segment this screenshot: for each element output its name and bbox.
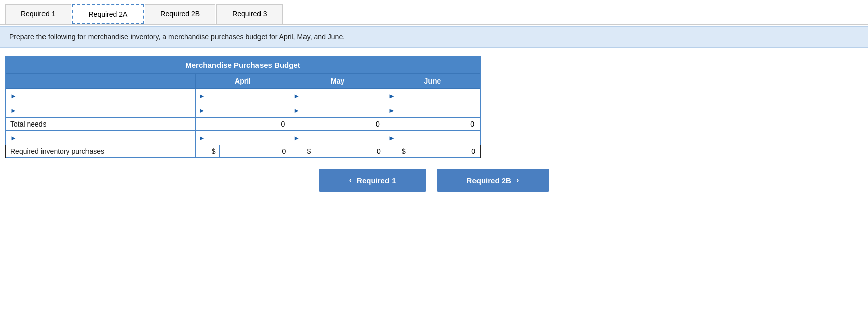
row4-april-cell: ► — [195, 131, 290, 145]
row4-label-cell: ► — [6, 131, 195, 145]
row1-june-input[interactable] — [397, 91, 476, 101]
row4-may-input[interactable] — [302, 133, 382, 143]
required-inv-june-dollar: $ — [385, 145, 409, 158]
required-inv-april-val: 0 — [219, 145, 290, 158]
row1-may-input[interactable] — [302, 91, 382, 101]
row1-arrow: ► — [10, 92, 17, 100]
row1-june-cell: ► — [385, 89, 480, 103]
col-header-june: June — [385, 74, 480, 89]
tab-required2a[interactable]: Required 2A — [72, 4, 144, 24]
row1-label-cell: ► — [6, 89, 195, 103]
row1-june-arrow: ► — [388, 92, 395, 100]
row4-april-arrow: ► — [199, 134, 205, 142]
row4-june-input[interactable] — [397, 133, 476, 143]
row2-may-input[interactable] — [302, 105, 382, 115]
total-needs-row: Total needs 0 0 0 — [6, 118, 480, 131]
col-header-may: May — [290, 74, 385, 89]
tab-required3[interactable]: Required 3 — [216, 4, 283, 24]
table-row: ► ► ► — [6, 103, 480, 118]
table-row: ► ► ► — [6, 89, 480, 103]
row1-label-input[interactable] — [19, 91, 192, 101]
row2-june-arrow: ► — [388, 107, 395, 114]
tab-required2b-label: Required 2B — [160, 10, 200, 18]
col-header-label — [6, 74, 195, 89]
required-inv-label: Required inventory purchases — [6, 145, 195, 158]
table-container: Merchandise Purchases Budget April May J… — [5, 56, 481, 158]
row4-june-cell: ► — [385, 131, 480, 145]
col-header-april: April — [195, 74, 290, 89]
table-title: Merchandise Purchases Budget — [6, 56, 480, 74]
row4-label-input[interactable] — [19, 133, 192, 143]
col-header-row: April May June — [6, 74, 480, 89]
tabs-container: Required 1 Required 2A Required 2B Requi… — [0, 0, 868, 25]
row2-label-cell: ► — [6, 103, 195, 118]
row2-april-input[interactable] — [207, 105, 287, 115]
row2-may-cell: ► — [290, 103, 385, 118]
required-inv-may-val: 0 — [314, 145, 385, 158]
row2-june-input[interactable] — [397, 105, 476, 115]
row1-may-cell: ► — [290, 89, 385, 103]
row2-april-cell: ► — [195, 103, 290, 118]
next-button[interactable]: Required 2B › — [437, 169, 550, 192]
total-needs-june: 0 — [385, 118, 480, 131]
row4-may-arrow: ► — [293, 134, 300, 142]
next-button-label: Required 2B — [467, 176, 511, 185]
row1-april-input[interactable] — [207, 91, 287, 101]
row1-april-arrow: ► — [199, 92, 205, 100]
row4-april-input[interactable] — [207, 133, 287, 143]
row2-label-input[interactable] — [19, 105, 192, 115]
prev-chevron-icon: ‹ — [349, 176, 352, 185]
prev-button[interactable]: ‹ Required 1 — [319, 169, 426, 192]
tab-required1[interactable]: Required 1 — [5, 4, 71, 24]
budget-table: Merchandise Purchases Budget April May J… — [5, 56, 481, 158]
table-title-row: Merchandise Purchases Budget — [6, 56, 480, 74]
row2-june-cell: ► — [385, 103, 480, 118]
prev-button-label: Required 1 — [357, 176, 396, 185]
required-inv-april-dollar: $ — [195, 145, 219, 158]
instruction-banner: Prepare the following for merchandise in… — [0, 26, 868, 48]
row4-june-arrow: ► — [388, 134, 395, 142]
required-inventory-row: Required inventory purchases $ 0 $ 0 $ 0 — [6, 145, 480, 158]
row2-may-arrow: ► — [293, 107, 300, 114]
tab-required2a-label: Required 2A — [89, 10, 128, 18]
table-row: ► ► ► — [6, 131, 480, 145]
row4-arrow: ► — [10, 134, 17, 142]
tab-required2b[interactable]: Required 2B — [145, 4, 215, 24]
row2-april-arrow: ► — [199, 107, 205, 114]
row2-arrow: ► — [10, 107, 17, 114]
row1-may-arrow: ► — [293, 92, 300, 100]
tab-required1-label: Required 1 — [21, 10, 56, 18]
row1-april-cell: ► — [195, 89, 290, 103]
required-inv-may-dollar: $ — [290, 145, 314, 158]
row4-may-cell: ► — [290, 131, 385, 145]
total-needs-label: Total needs — [6, 118, 195, 131]
instruction-text: Prepare the following for merchandise in… — [9, 33, 345, 41]
next-chevron-icon: › — [516, 176, 519, 185]
nav-buttons: ‹ Required 1 Required 2B › — [0, 169, 868, 192]
tab-required3-label: Required 3 — [232, 10, 267, 18]
total-needs-april: 0 — [195, 118, 290, 131]
total-needs-may: 0 — [290, 118, 385, 131]
required-inv-june-val: 0 — [409, 145, 480, 158]
